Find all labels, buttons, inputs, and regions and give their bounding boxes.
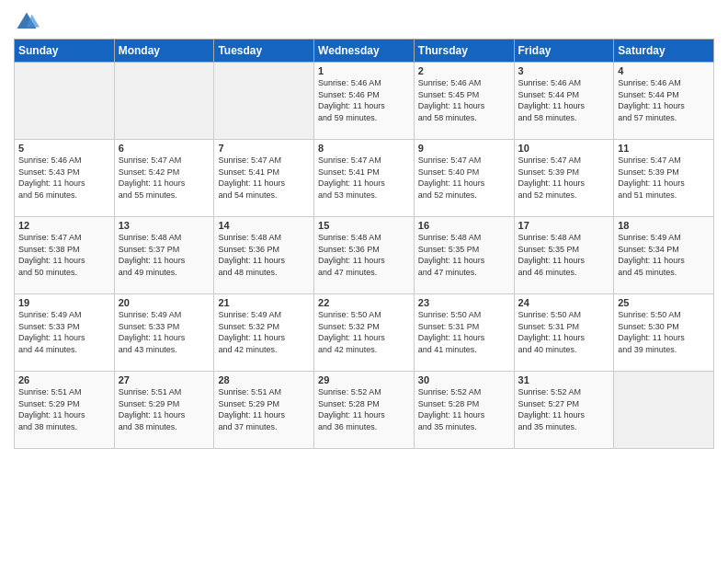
day-number: 13: [119, 220, 210, 231]
calendar-cell: 7Sunrise: 5:47 AM Sunset: 5:41 PM Daylig…: [214, 140, 314, 217]
day-info: Sunrise: 5:47 AM Sunset: 5:41 PM Dayligh…: [318, 155, 410, 201]
day-info: Sunrise: 5:48 AM Sunset: 5:36 PM Dayligh…: [318, 232, 410, 278]
day-number: 9: [418, 143, 510, 154]
day-info: Sunrise: 5:49 AM Sunset: 5:33 PM Dayligh…: [18, 309, 110, 355]
calendar-cell: 29Sunrise: 5:52 AM Sunset: 5:28 PM Dayli…: [314, 372, 415, 449]
day-info: Sunrise: 5:47 AM Sunset: 5:39 PM Dayligh…: [518, 155, 610, 201]
day-info: Sunrise: 5:46 AM Sunset: 5:45 PM Dayligh…: [418, 77, 510, 123]
day-info: Sunrise: 5:49 AM Sunset: 5:34 PM Dayligh…: [618, 232, 710, 278]
day-info: Sunrise: 5:46 AM Sunset: 5:46 PM Dayligh…: [318, 77, 410, 123]
day-number: 4: [618, 65, 710, 76]
calendar-cell: 27Sunrise: 5:51 AM Sunset: 5:29 PM Dayli…: [114, 372, 214, 449]
calendar-cell: 6Sunrise: 5:47 AM Sunset: 5:42 PM Daylig…: [114, 140, 214, 217]
day-number: 8: [318, 143, 410, 154]
day-number: 19: [18, 297, 110, 308]
day-info: Sunrise: 5:47 AM Sunset: 5:40 PM Dayligh…: [418, 155, 510, 201]
day-number: 16: [418, 220, 510, 231]
weekday-header-sunday: Sunday: [15, 40, 115, 63]
calendar-cell: 23Sunrise: 5:50 AM Sunset: 5:31 PM Dayli…: [414, 294, 514, 372]
day-number: 18: [618, 220, 710, 231]
day-number: 27: [119, 374, 210, 385]
day-info: Sunrise: 5:48 AM Sunset: 5:35 PM Dayligh…: [518, 232, 610, 278]
day-info: Sunrise: 5:46 AM Sunset: 5:43 PM Dayligh…: [18, 155, 110, 201]
day-number: 25: [618, 297, 710, 308]
calendar-table: SundayMondayTuesdayWednesdayThursdayFrid…: [14, 39, 714, 449]
day-number: 2: [418, 65, 510, 76]
header: [14, 9, 714, 35]
day-number: 10: [518, 143, 610, 154]
day-number: 23: [418, 297, 510, 308]
calendar-cell: 26Sunrise: 5:51 AM Sunset: 5:29 PM Dayli…: [15, 372, 115, 449]
calendar-cell: 21Sunrise: 5:49 AM Sunset: 5:32 PM Dayli…: [214, 294, 314, 372]
calendar-cell: 12Sunrise: 5:47 AM Sunset: 5:38 PM Dayli…: [15, 217, 115, 294]
day-number: 17: [518, 220, 610, 231]
calendar-week-1: 1Sunrise: 5:46 AM Sunset: 5:46 PM Daylig…: [15, 63, 714, 140]
day-number: 7: [218, 143, 310, 154]
calendar-cell: 1Sunrise: 5:46 AM Sunset: 5:46 PM Daylig…: [314, 63, 415, 140]
day-info: Sunrise: 5:48 AM Sunset: 5:37 PM Dayligh…: [119, 232, 210, 278]
day-info: Sunrise: 5:48 AM Sunset: 5:35 PM Dayligh…: [418, 232, 510, 278]
day-info: Sunrise: 5:49 AM Sunset: 5:32 PM Dayligh…: [218, 309, 310, 355]
logo-icon: [14, 9, 40, 35]
day-number: 20: [119, 297, 210, 308]
day-info: Sunrise: 5:51 AM Sunset: 5:29 PM Dayligh…: [18, 386, 110, 432]
day-number: 22: [318, 297, 410, 308]
calendar-cell: 4Sunrise: 5:46 AM Sunset: 5:44 PM Daylig…: [614, 63, 714, 140]
day-info: Sunrise: 5:50 AM Sunset: 5:31 PM Dayligh…: [518, 309, 610, 355]
weekday-header-monday: Monday: [114, 40, 214, 63]
weekday-header-wednesday: Wednesday: [314, 40, 415, 63]
logo: [14, 9, 42, 35]
calendar-cell: 20Sunrise: 5:49 AM Sunset: 5:33 PM Dayli…: [114, 294, 214, 372]
day-info: Sunrise: 5:52 AM Sunset: 5:28 PM Dayligh…: [418, 386, 510, 432]
calendar-cell: [114, 63, 214, 140]
day-info: Sunrise: 5:50 AM Sunset: 5:32 PM Dayligh…: [318, 309, 410, 355]
day-number: 12: [18, 220, 110, 231]
calendar-cell: 25Sunrise: 5:50 AM Sunset: 5:30 PM Dayli…: [614, 294, 714, 372]
calendar-cell: 14Sunrise: 5:48 AM Sunset: 5:36 PM Dayli…: [214, 217, 314, 294]
day-number: 11: [618, 143, 710, 154]
weekday-header-thursday: Thursday: [414, 40, 514, 63]
main-container: SundayMondayTuesdayWednesdayThursdayFrid…: [0, 0, 728, 458]
day-info: Sunrise: 5:51 AM Sunset: 5:29 PM Dayligh…: [119, 386, 210, 432]
day-info: Sunrise: 5:50 AM Sunset: 5:30 PM Dayligh…: [618, 309, 710, 355]
calendar-cell: 17Sunrise: 5:48 AM Sunset: 5:35 PM Dayli…: [514, 217, 614, 294]
calendar-cell: 9Sunrise: 5:47 AM Sunset: 5:40 PM Daylig…: [414, 140, 514, 217]
calendar-week-2: 5Sunrise: 5:46 AM Sunset: 5:43 PM Daylig…: [15, 140, 714, 217]
day-info: Sunrise: 5:47 AM Sunset: 5:41 PM Dayligh…: [218, 155, 310, 201]
day-number: 30: [418, 374, 510, 385]
day-number: 14: [218, 220, 310, 231]
day-info: Sunrise: 5:51 AM Sunset: 5:29 PM Dayligh…: [218, 386, 310, 432]
calendar-cell: 28Sunrise: 5:51 AM Sunset: 5:29 PM Dayli…: [214, 372, 314, 449]
calendar-week-4: 19Sunrise: 5:49 AM Sunset: 5:33 PM Dayli…: [15, 294, 714, 372]
calendar-cell: [614, 372, 714, 449]
calendar-cell: 8Sunrise: 5:47 AM Sunset: 5:41 PM Daylig…: [314, 140, 415, 217]
day-number: 15: [318, 220, 410, 231]
day-info: Sunrise: 5:49 AM Sunset: 5:33 PM Dayligh…: [119, 309, 210, 355]
day-info: Sunrise: 5:48 AM Sunset: 5:36 PM Dayligh…: [218, 232, 310, 278]
weekday-header-friday: Friday: [514, 40, 614, 63]
calendar-cell: [15, 63, 115, 140]
day-number: 1: [318, 65, 410, 76]
day-number: 26: [18, 374, 110, 385]
day-info: Sunrise: 5:50 AM Sunset: 5:31 PM Dayligh…: [418, 309, 510, 355]
calendar-cell: 30Sunrise: 5:52 AM Sunset: 5:28 PM Dayli…: [414, 372, 514, 449]
day-info: Sunrise: 5:47 AM Sunset: 5:38 PM Dayligh…: [18, 232, 110, 278]
calendar-cell: 22Sunrise: 5:50 AM Sunset: 5:32 PM Dayli…: [314, 294, 415, 372]
calendar-cell: 10Sunrise: 5:47 AM Sunset: 5:39 PM Dayli…: [514, 140, 614, 217]
calendar-cell: 15Sunrise: 5:48 AM Sunset: 5:36 PM Dayli…: [314, 217, 415, 294]
calendar-cell: 18Sunrise: 5:49 AM Sunset: 5:34 PM Dayli…: [614, 217, 714, 294]
calendar-week-5: 26Sunrise: 5:51 AM Sunset: 5:29 PM Dayli…: [15, 372, 714, 449]
day-number: 24: [518, 297, 610, 308]
weekday-header-tuesday: Tuesday: [214, 40, 314, 63]
day-number: 29: [318, 374, 410, 385]
calendar-cell: 31Sunrise: 5:52 AM Sunset: 5:27 PM Dayli…: [514, 372, 614, 449]
day-number: 28: [218, 374, 310, 385]
calendar-week-3: 12Sunrise: 5:47 AM Sunset: 5:38 PM Dayli…: [15, 217, 714, 294]
day-info: Sunrise: 5:52 AM Sunset: 5:28 PM Dayligh…: [318, 386, 410, 432]
calendar-cell: 19Sunrise: 5:49 AM Sunset: 5:33 PM Dayli…: [15, 294, 115, 372]
calendar-cell: 24Sunrise: 5:50 AM Sunset: 5:31 PM Dayli…: [514, 294, 614, 372]
day-number: 21: [218, 297, 310, 308]
day-number: 5: [18, 143, 110, 154]
day-number: 3: [518, 65, 610, 76]
day-number: 31: [518, 374, 610, 385]
